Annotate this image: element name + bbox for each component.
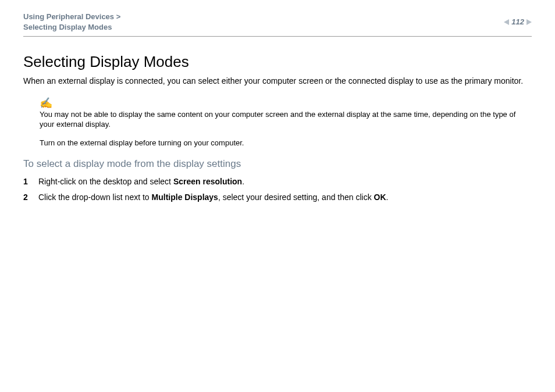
step-item: Right-click on the desktop and select Sc… xyxy=(23,176,532,187)
breadcrumb-section: Using Peripheral Devices xyxy=(23,12,114,21)
note-text-1: You may not be able to display the same … xyxy=(40,109,532,130)
step-text: Click the drop-down list next to xyxy=(38,193,152,202)
note-text-2: Turn on the external display before turn… xyxy=(40,138,532,148)
breadcrumb-page: Selecting Display Modes xyxy=(23,23,112,31)
step-text: . xyxy=(242,177,244,186)
breadcrumb-separator: > xyxy=(114,12,120,21)
procedure-steps: Right-click on the desktop and select Sc… xyxy=(23,176,532,203)
step-text: . xyxy=(386,193,389,202)
step-item: Click the drop-down list next to Multipl… xyxy=(23,191,532,203)
step-bold: OK xyxy=(374,193,386,202)
next-page-icon[interactable] xyxy=(526,19,532,25)
intro-paragraph: When an external display is connected, y… xyxy=(23,76,532,87)
page-header: Using Peripheral Devices > Selecting Dis… xyxy=(23,12,532,37)
step-bold: Multiple Displays xyxy=(152,193,218,202)
step-bold: Screen resolution xyxy=(173,177,242,186)
note-icon: ✍ xyxy=(40,96,532,110)
breadcrumb: Using Peripheral Devices > Selecting Dis… xyxy=(23,12,120,33)
note-block: ✍ You may not be able to display the sam… xyxy=(40,96,532,148)
page-title: Selecting Display Modes xyxy=(23,53,532,71)
page-number: 112 xyxy=(511,17,524,26)
step-text: Right-click on the desktop and select xyxy=(38,177,173,186)
procedure-heading: To select a display mode from the displa… xyxy=(23,158,532,170)
prev-page-icon[interactable] xyxy=(504,19,509,25)
step-text: , select your desired setting, and then … xyxy=(218,193,374,202)
page-navigator: 112 xyxy=(504,12,532,26)
